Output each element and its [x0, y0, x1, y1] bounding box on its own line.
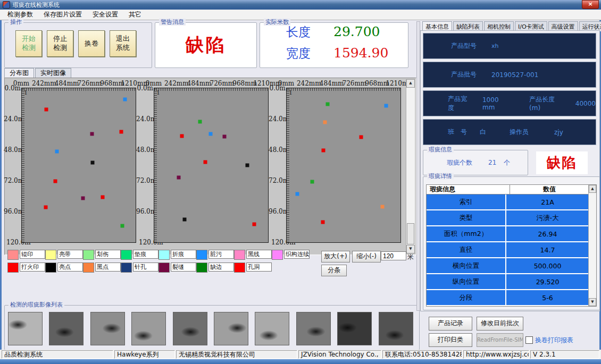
y-tick-label: 72.0m: [269, 177, 286, 184]
print-classify-button[interactable]: 打印归类: [429, 333, 472, 347]
zoom-in-button[interactable]: 放大(+): [321, 251, 350, 263]
defect-thumbnail-7[interactable]: [296, 312, 331, 345]
detail-row[interactable]: 横向位置500.000: [427, 258, 589, 273]
defect-point[interactable]: [385, 104, 388, 108]
detail-row[interactable]: 索引21A: [427, 194, 589, 209]
defect-point[interactable]: [101, 196, 104, 199]
defect-point[interactable]: [380, 205, 384, 209]
defect-point[interactable]: [323, 120, 327, 124]
detail-col-header-name[interactable]: 瑕疵信息: [427, 185, 510, 194]
plot-index-label: 1: [156, 89, 160, 96]
op-button-3[interactable]: 退出 系统: [110, 30, 136, 57]
detail-col-header-value[interactable]: 数值: [510, 185, 589, 194]
detail-table-scrollbar[interactable]: ▲ ▼: [588, 185, 596, 306]
zoom-out-button[interactable]: 缩小(-): [352, 251, 381, 263]
menu-item-3[interactable]: 其它: [123, 10, 147, 19]
op-button-2[interactable]: 换卷: [78, 30, 105, 57]
detail-row[interactable]: 分段5-6: [427, 290, 589, 305]
defect-thumbnail-4[interactable]: [173, 312, 207, 345]
defect-point[interactable]: [183, 218, 187, 222]
print-on-roll-change-checkbox[interactable]: [525, 336, 533, 344]
length-label: 长度: [275, 24, 322, 40]
defect-thumbnail-6[interactable]: [255, 312, 289, 345]
defect-count-value: 21: [488, 159, 496, 166]
defect-point[interactable]: [203, 160, 207, 164]
defect-point[interactable]: [54, 179, 57, 183]
defect-point[interactable]: [311, 180, 314, 183]
x-tick-label: 242mm: [297, 80, 321, 87]
defect-point[interactable]: [90, 132, 94, 136]
defect-point[interactable]: [180, 134, 184, 138]
op-button-0[interactable]: 开始 检测: [15, 30, 42, 57]
defect-thumbnail-8[interactable]: [337, 312, 372, 345]
read-from-file-button: ReadFromFile-SIM: [477, 333, 523, 347]
defect-point[interactable]: [81, 197, 85, 200]
legend-label: 亮点: [57, 263, 83, 272]
range-meters-input[interactable]: [381, 251, 406, 260]
defect-point[interactable]: [360, 135, 363, 139]
defect-point[interactable]: [321, 149, 325, 153]
scroll-up-icon[interactable]: ▲: [406, 79, 415, 88]
defect-point[interactable]: [55, 150, 59, 154]
legend-item: 垫痕: [121, 250, 158, 260]
defect-thumbnail-0[interactable]: [8, 312, 43, 345]
defect-image-list-title: 检测的瑕疵影像列表: [9, 301, 64, 308]
defect-point[interactable]: [208, 132, 212, 136]
legend-label: 针孔: [133, 263, 158, 272]
defect-point[interactable]: [90, 161, 94, 165]
view-tab-0[interactable]: 分布图: [4, 68, 34, 78]
defect-thumbnail-3[interactable]: [131, 312, 166, 345]
legend-label: 打火印: [20, 263, 45, 272]
menu-item-2[interactable]: 安全设置: [87, 10, 123, 19]
detail-row[interactable]: 纵向位置29.520: [427, 274, 589, 289]
view-tab-1[interactable]: 实时图像: [35, 68, 71, 78]
defect-thumbnail-2[interactable]: [90, 312, 125, 345]
y-tick-label: 24.0m: [136, 115, 153, 123]
defect-point[interactable]: [295, 192, 299, 196]
product-record-button[interactable]: 产品记录: [429, 317, 472, 331]
detail-row[interactable]: 类型污渍-大: [427, 210, 589, 225]
defect-point[interactable]: [119, 130, 123, 133]
legend-label: 缺边: [208, 263, 234, 272]
scroll-down-icon[interactable]: ▼: [406, 245, 415, 253]
split-strip-button[interactable]: 分条: [321, 265, 347, 276]
defect-point[interactable]: [223, 134, 227, 138]
detail-row[interactable]: 直径14.7: [427, 242, 589, 257]
defect-point[interactable]: [177, 175, 181, 179]
legend-item: 辊印: [7, 250, 45, 260]
y-tick-label: 24.0m: [4, 115, 21, 123]
detail-row[interactable]: 面积（mm2）26.94: [427, 226, 589, 241]
product-length-value: 40000: [575, 100, 596, 107]
op-button-1[interactable]: 停止 检测: [47, 30, 73, 57]
defect-thumbnail-9[interactable]: [379, 312, 413, 345]
defect-point[interactable]: [246, 163, 249, 167]
defect-point[interactable]: [123, 98, 127, 101]
modify-batch-button[interactable]: 修改目前批次: [477, 317, 523, 331]
defect-point[interactable]: [321, 220, 324, 224]
menu-item-1[interactable]: 保存图片设置: [38, 10, 87, 19]
defect-point[interactable]: [45, 108, 48, 112]
x-tick-label: 726mm: [343, 80, 367, 87]
app-window: 瑕疵在线检测系统 × 检测参数保存图片设置安全设置其它 操作 开始 检测停止 检…: [0, 0, 601, 364]
length-value: 29.700: [333, 24, 380, 39]
menu-item-0[interactable]: 检测参数: [2, 10, 38, 19]
plot-index-label: 1: [24, 89, 28, 96]
defect-thumbnail-5[interactable]: [214, 312, 248, 345]
y-tick-label: 96.0m: [4, 208, 21, 215]
product-batch-value: 20190527-001: [491, 71, 538, 79]
defect-point[interactable]: [325, 103, 329, 106]
shift-label: 班 号: [448, 128, 467, 137]
product-model-label: 产品型号: [451, 41, 477, 50]
product-size-row: 产品宽度 1000 mm 产品长度(m) 40000: [423, 90, 596, 116]
scrollbar-thumb[interactable]: [407, 223, 414, 244]
scroll-down-icon[interactable]: ▼: [589, 298, 596, 306]
defect-thumbnail-1[interactable]: [49, 312, 84, 345]
close-button[interactable]: ×: [582, 0, 599, 9]
defect-point[interactable]: [198, 120, 202, 123]
plot-vertical-scrollbar[interactable]: ▲ ▼: [406, 79, 415, 253]
defect-point[interactable]: [44, 206, 48, 209]
defect-point[interactable]: [120, 224, 124, 227]
window-bottom-frame: [0, 359, 601, 364]
defect-point[interactable]: [253, 222, 256, 226]
scroll-up-icon[interactable]: ▲: [589, 185, 596, 193]
